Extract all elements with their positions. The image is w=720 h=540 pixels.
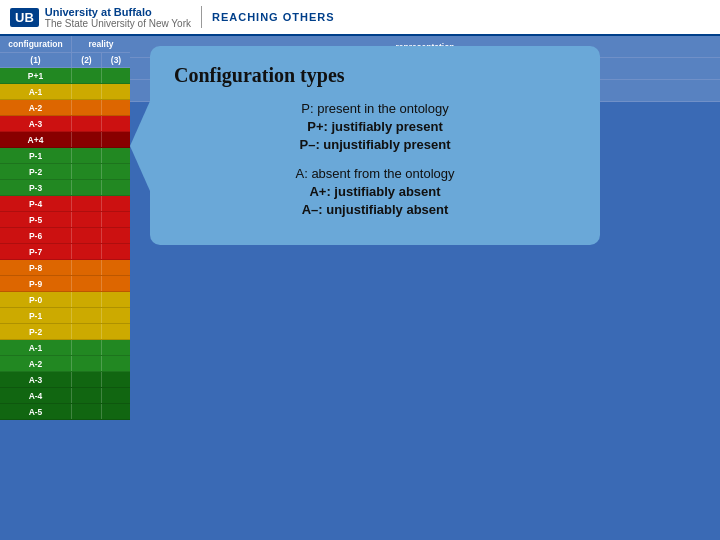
row-oe [72, 132, 102, 147]
university-name: University at Buffalo [45, 6, 191, 18]
popup-line-p-plus: P+: justifiably present [174, 119, 576, 134]
row-or [102, 356, 130, 371]
popup-line-a-plus: A+: justifiably absent [174, 184, 576, 199]
row-or [102, 164, 130, 179]
col-reality: reality [72, 36, 130, 52]
right-panel: representation authors' belief encoding … [130, 36, 720, 540]
table-row: P-6 [0, 228, 130, 244]
row-label: P-9 [0, 276, 72, 291]
row-or [102, 244, 130, 259]
row-label: A-2 [0, 356, 72, 371]
row-label: P-2 [0, 164, 72, 179]
table-row: A-1 [0, 84, 130, 100]
row-oe [72, 116, 102, 131]
col-oe-num: (2) [72, 53, 102, 67]
row-label: A-3 [0, 116, 72, 131]
row-or [102, 228, 130, 243]
col-or-num: (3) [102, 53, 130, 67]
row-or [102, 276, 130, 291]
table-row: A-3 [0, 116, 130, 132]
row-or [102, 388, 130, 403]
table-row: P-3 [0, 180, 130, 196]
popup-title: Configuration types [174, 64, 576, 87]
row-label: P-6 [0, 228, 72, 243]
col-configuration: configuration [0, 36, 72, 52]
row-label: P-7 [0, 244, 72, 259]
row-label: A+4 [0, 132, 72, 147]
row-label: A-2 [0, 100, 72, 115]
popup-line-a: A: absent from the ontology [174, 166, 576, 181]
table-row: A-4 [0, 388, 130, 404]
content-area: configuration reality (1) (2) (3) P+1 A-… [0, 36, 720, 540]
row-or [102, 132, 130, 147]
row-or [102, 100, 130, 115]
row-label: A-4 [0, 388, 72, 403]
popup-overlay: Configuration types P: present in the on… [150, 46, 600, 245]
table-rows: P+1 A-1 A-2 A-3 [0, 68, 130, 540]
row-label: A-3 [0, 372, 72, 387]
row-or [102, 148, 130, 163]
table-section: configuration reality (1) (2) (3) P+1 A-… [0, 36, 130, 540]
row-oe [72, 100, 102, 115]
row-oe [72, 372, 102, 387]
row-oe [72, 292, 102, 307]
popup-line-a-minus: A–: unjustifiably absent [174, 202, 576, 217]
popup-arrow-icon [130, 101, 150, 191]
header-bar: UB University at Buffalo The State Unive… [0, 0, 720, 36]
table-row: P-5 [0, 212, 130, 228]
row-oe [72, 148, 102, 163]
row-oe [72, 212, 102, 227]
state-name: The State University of New York [45, 18, 191, 29]
row-label: A-5 [0, 404, 72, 419]
row-or [102, 212, 130, 227]
popup-section2: A: absent from the ontology A+: justifia… [174, 166, 576, 217]
table-row: A-2 [0, 100, 130, 116]
row-or [102, 324, 130, 339]
row-label: P-2 [0, 324, 72, 339]
row-oe [72, 244, 102, 259]
popup-line-p-minus: P–: unjustifiably present [174, 137, 576, 152]
row-label: P-0 [0, 292, 72, 307]
row-or [102, 116, 130, 131]
row-label: P-1 [0, 148, 72, 163]
table-row: P-4 [0, 196, 130, 212]
row-or [102, 260, 130, 275]
table-row: P-9 [0, 276, 130, 292]
row-oe [72, 356, 102, 371]
row-oe [72, 404, 102, 419]
table-row: P-8 [0, 260, 130, 276]
row-oe [72, 276, 102, 291]
table-row: P-1 [0, 308, 130, 324]
row-oe [72, 324, 102, 339]
row-oe [72, 340, 102, 355]
row-oe [72, 388, 102, 403]
table-row: P-0 [0, 292, 130, 308]
row-oe [72, 180, 102, 195]
popup-box: Configuration types P: present in the on… [150, 46, 600, 245]
row-label: P-5 [0, 212, 72, 227]
row-label: P+1 [0, 68, 72, 83]
col-config-num: (1) [0, 53, 72, 67]
row-or [102, 84, 130, 99]
row-label: A-1 [0, 84, 72, 99]
logo: UB University at Buffalo The State Unive… [10, 6, 191, 29]
table-row: P-2 [0, 324, 130, 340]
row-label: P-3 [0, 180, 72, 195]
row-or [102, 180, 130, 195]
row-or [102, 196, 130, 211]
popup-section1: P: present in the ontology P+: justifiab… [174, 101, 576, 152]
row-or [102, 404, 130, 419]
row-oe [72, 68, 102, 83]
table-row: A+4 [0, 132, 130, 148]
row-oe [72, 164, 102, 179]
ub-logo: UB [10, 8, 39, 27]
row-or [102, 292, 130, 307]
row-oe [72, 196, 102, 211]
table-row: A-5 [0, 404, 130, 420]
table-row: A-2 [0, 356, 130, 372]
row-label: P-4 [0, 196, 72, 211]
table-row: P-2 [0, 164, 130, 180]
table-row: A-3 [0, 372, 130, 388]
table-row: P+1 [0, 68, 130, 84]
reaching-others: REACHING OTHERS [212, 11, 335, 23]
